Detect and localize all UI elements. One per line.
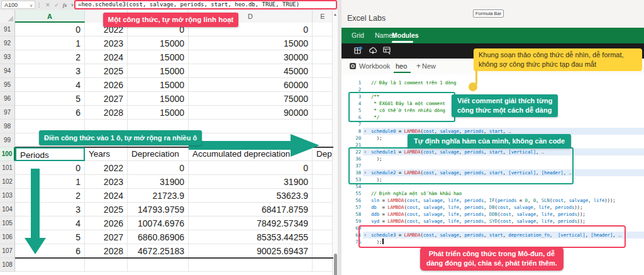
cell-E107[interactable] <box>313 244 333 258</box>
cell-C102[interactable]: 31900 <box>128 175 189 189</box>
row-header-100[interactable]: 100 <box>0 147 15 161</box>
cell-B93[interactable]: 2024 <box>85 50 128 64</box>
cell-A94[interactable]: 3 <box>15 64 85 78</box>
cell-A92[interactable]: 1 <box>15 36 85 50</box>
cell-A100[interactable]: Periods <box>15 147 85 161</box>
row-header-102[interactable]: 102 <box>0 175 15 189</box>
cell-B103[interactable]: 2024 <box>85 189 128 203</box>
cell-E98[interactable] <box>313 120 333 133</box>
code-line-56[interactable]: 56sln = LAMBDA(cost, salvage, life, peri… <box>341 197 644 204</box>
row-header-91[interactable]: 91 <box>0 23 15 36</box>
row-header-103[interactable]: 103 <box>0 189 15 203</box>
cell-E97[interactable] <box>313 106 333 120</box>
cell-E92[interactable] <box>313 36 333 50</box>
cell-A101[interactable]: 0 <box>15 161 85 175</box>
cell-B101[interactable]: 2022 <box>85 161 128 175</box>
cell-A105[interactable]: 4 <box>15 216 85 230</box>
cell-E94[interactable] <box>313 64 333 78</box>
cell-E95[interactable] <box>313 78 333 92</box>
cell-A95[interactable]: 4 <box>15 78 85 92</box>
cell-E108[interactable] <box>313 258 333 272</box>
row-header-96[interactable]: 96 <box>0 92 15 106</box>
cell-E102[interactable] <box>313 175 333 189</box>
cell-E103[interactable] <box>313 189 333 203</box>
cell-A97[interactable]: 6 <box>15 106 85 120</box>
fold-chevron-icon[interactable]: › <box>364 128 369 134</box>
row-header-106[interactable]: 106 <box>0 230 15 244</box>
cell-A104[interactable]: 3 <box>15 203 85 216</box>
cell-B95[interactable]: 2026 <box>85 78 128 92</box>
cell-E105[interactable] <box>313 216 333 230</box>
cell-E104[interactable] <box>313 203 333 216</box>
cell-D106[interactable]: 85353.44255 <box>189 230 313 244</box>
cell-E106[interactable] <box>313 230 333 244</box>
cell-D97[interactable]: 90000 <box>189 106 313 120</box>
cell-C106[interactable]: 6860.86906 <box>128 230 189 244</box>
cell-E101[interactable] <box>313 161 333 175</box>
cell-D102[interactable]: 31900 <box>189 175 313 189</box>
cell-D94[interactable]: 45000 <box>189 64 313 78</box>
cell-C93[interactable]: 15000 <box>128 50 189 64</box>
cell-E96[interactable] <box>313 92 333 106</box>
cell-E91[interactable] <box>313 23 333 36</box>
cell-C96[interactable]: 15000 <box>128 92 189 106</box>
cell-D105[interactable]: 78492.57349 <box>189 216 313 230</box>
cell-C95[interactable]: 15000 <box>128 78 189 92</box>
cell-B107[interactable]: 2028 <box>85 244 128 258</box>
vertical-scrollbar[interactable]: ▲ <box>332 10 338 275</box>
code-line-58[interactable]: 58ddb = LAMBDA(cost, salvage, life, peri… <box>341 211 644 218</box>
row-header-104[interactable]: 104 <box>0 203 15 216</box>
cell-C103[interactable]: 21723.9 <box>128 189 189 203</box>
new-module-button[interactable]: +New <box>416 59 436 74</box>
cell-D103[interactable]: 53623.9 <box>189 189 313 203</box>
cell-C107[interactable]: 4672.25183 <box>128 244 189 258</box>
row-header-97[interactable]: 97 <box>0 106 15 120</box>
cell-B100[interactable]: Years <box>85 147 128 161</box>
code-line-55[interactable]: 55// Định nghĩa một số hàm khấu hao <box>341 190 644 197</box>
cell-B94[interactable]: 2025 <box>85 64 128 78</box>
cell-B102[interactable]: 2023 <box>85 175 128 189</box>
row-header-107[interactable]: 107 <box>0 244 15 258</box>
cell-A102[interactable]: 1 <box>15 175 85 189</box>
cell-B106[interactable]: 2027 <box>85 230 128 244</box>
tab-grid[interactable]: Grid <box>352 28 364 43</box>
cell-D96[interactable]: 75000 <box>189 92 313 106</box>
cell-A103[interactable]: 2 <box>15 189 85 203</box>
row-header-94[interactable]: 94 <box>0 64 15 78</box>
cell-D92[interactable]: 15000 <box>189 36 313 50</box>
cell-D101[interactable]: 0 <box>189 161 313 175</box>
row-header-105[interactable]: 105 <box>0 216 15 230</box>
cell-C108[interactable] <box>128 258 189 272</box>
cell-C104[interactable]: 14793.9759 <box>128 203 189 216</box>
cell-C100[interactable]: Depreciation <box>128 147 189 161</box>
cell-C94[interactable]: 15000 <box>128 64 189 78</box>
cell-B97[interactable]: 2028 <box>85 106 128 120</box>
code-line-57[interactable]: 57db = LAMBDA(cost, salvage, life, perio… <box>341 204 644 211</box>
cloud-sync-icon[interactable] <box>369 47 377 55</box>
cell-B105[interactable]: 2026 <box>85 216 128 230</box>
row-header-93[interactable]: 93 <box>0 50 15 64</box>
cell-D104[interactable]: 68417.8759 <box>189 203 313 216</box>
cell-D107[interactable]: 90025.69437 <box>189 244 313 258</box>
row-header-95[interactable]: 95 <box>0 78 15 92</box>
row-header-108[interactable]: 108 <box>0 258 15 272</box>
cell-A91[interactable]: 0 <box>15 23 85 36</box>
scroll-up-icon[interactable]: ▲ <box>333 13 338 16</box>
cell-D98[interactable] <box>189 120 313 133</box>
row-header-92[interactable]: 92 <box>0 36 15 50</box>
code-line-59[interactable]: 59syd = LAMBDA(cost, salvage, life, peri… <box>341 218 644 225</box>
cell-B104[interactable]: 2025 <box>85 203 128 216</box>
scrollbar-thumb[interactable] <box>334 254 337 275</box>
cell-D93[interactable]: 30000 <box>189 50 313 64</box>
cell-B92[interactable]: 2023 <box>85 36 128 50</box>
cell-A96[interactable]: 5 <box>15 92 85 106</box>
sync-grid-icon[interactable] <box>354 47 362 55</box>
module-tab-workbook[interactable]: Workbook <box>359 59 390 74</box>
row-header-101[interactable]: 101 <box>0 161 15 175</box>
row-header-99[interactable]: 99 <box>0 133 15 147</box>
code-line-1[interactable]: 1// Đây là 1 comment trên 1 dòng <box>341 79 644 86</box>
cell-C92[interactable]: 15000 <box>128 36 189 50</box>
cell-C105[interactable]: 10074.6976 <box>128 216 189 230</box>
row-header-98[interactable]: 98 <box>0 120 15 133</box>
cell-D95[interactable]: 60000 <box>189 78 313 92</box>
